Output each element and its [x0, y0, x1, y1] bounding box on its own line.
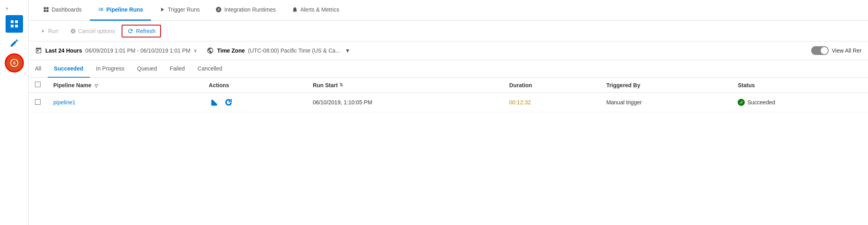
svg-rect-3 — [15, 25, 18, 27]
tab-integration-runtimes[interactable]: Integration Runtimes — [207, 0, 283, 21]
status-tab-failed[interactable]: Failed — [163, 60, 191, 78]
pipeline-runs-table: Pipeline Name ▽ Actions Run Start ⇅ — [29, 78, 868, 112]
row-action-view-icon[interactable] — [209, 97, 220, 108]
table-header-run-start[interactable]: Run Start ⇅ — [306, 78, 503, 93]
svg-rect-0 — [11, 20, 14, 23]
run-button[interactable]: Run — [35, 25, 64, 37]
select-all-checkbox[interactable] — [35, 82, 41, 87]
status-tab-all[interactable]: All — [35, 60, 48, 78]
table-header-triggered-by: Triggered By — [600, 78, 731, 93]
table-header-actions: Actions — [202, 78, 306, 93]
row-run-start: 06/10/2019, 1:10:05 PM — [306, 93, 503, 112]
tab-trigger-runs[interactable]: Trigger Runs — [151, 0, 207, 21]
status-tab-in-progress[interactable]: In Progress — [90, 60, 131, 78]
run-start-sort-icon: ⇅ — [339, 82, 343, 88]
sidebar: » 6 — [0, 0, 29, 225]
expand-sidebar-button[interactable]: » — [3, 3, 11, 14]
view-all-toggle: View All Rer — [811, 46, 862, 55]
timezone-dropdown-icon[interactable]: ▼ — [345, 47, 351, 54]
status-tab-succeeded[interactable]: Succeeded — [48, 60, 90, 78]
date-filter[interactable]: Last 24 Hours 06/09/2019 1:01 PM - 06/10… — [35, 47, 197, 54]
cancel-options-button[interactable]: Cancel options — [65, 25, 120, 37]
dashboard-sidebar-icon[interactable] — [6, 15, 23, 33]
date-chevron-icon: ∨ — [194, 48, 197, 53]
refresh-button[interactable]: Refresh — [122, 25, 161, 37]
view-all-toggle-switch[interactable] — [811, 46, 829, 55]
status-success-icon: ✓ — [738, 99, 745, 106]
status-tab-cancelled[interactable]: Cancelled — [191, 60, 229, 78]
table-header-status: Status — [731, 78, 868, 93]
toolbar: Run Cancel options Refresh — [29, 21, 868, 41]
main-content: Dashboards Pipeline Runs Trigger Runs In… — [29, 0, 868, 225]
status-tabs: All Succeeded In Progress Queued Failed … — [29, 60, 868, 78]
row-checkbox[interactable] — [35, 99, 41, 105]
table-container: Pipeline Name ▽ Actions Run Start ⇅ — [29, 78, 868, 225]
row-status: ✓ Succeeded — [731, 93, 868, 112]
svg-rect-1 — [15, 20, 18, 23]
row-checkbox-cell — [29, 93, 47, 112]
timezone-filter: Time Zone (UTC-08:00) Pacific Time (US &… — [207, 47, 350, 54]
svg-rect-2 — [11, 25, 14, 27]
toggle-knob — [821, 47, 828, 54]
filter-bar: Last 24 Hours 06/09/2019 1:01 PM - 06/10… — [29, 41, 868, 60]
status-tab-queued[interactable]: Queued — [131, 60, 163, 78]
tab-alerts-metrics[interactable]: Alerts & Metrics — [284, 0, 347, 21]
row-triggered-by: Manual trigger — [600, 93, 731, 112]
svg-text:6: 6 — [13, 61, 15, 65]
pipeline-name-filter-icon[interactable]: ▽ — [95, 83, 98, 88]
row-actions — [202, 93, 306, 112]
row-duration: 00:12:32 — [503, 93, 600, 112]
row-pipeline-name[interactable]: pipeline1 — [47, 93, 202, 112]
tab-dashboards[interactable]: Dashboards — [35, 0, 90, 21]
pipeline-sidebar-icon[interactable]: 6 — [5, 53, 24, 72]
tab-pipeline-runs[interactable]: Pipeline Runs — [90, 0, 151, 21]
table-header-pipeline-name: Pipeline Name ▽ — [47, 78, 202, 93]
table-header-duration: Duration — [503, 78, 600, 93]
row-action-rerun-icon[interactable] — [223, 97, 234, 108]
table-header-checkbox — [29, 78, 47, 93]
table-row: pipeline1 — [29, 93, 868, 112]
nav-tabs: Dashboards Pipeline Runs Trigger Runs In… — [29, 0, 868, 21]
edit-sidebar-icon[interactable] — [6, 34, 23, 52]
